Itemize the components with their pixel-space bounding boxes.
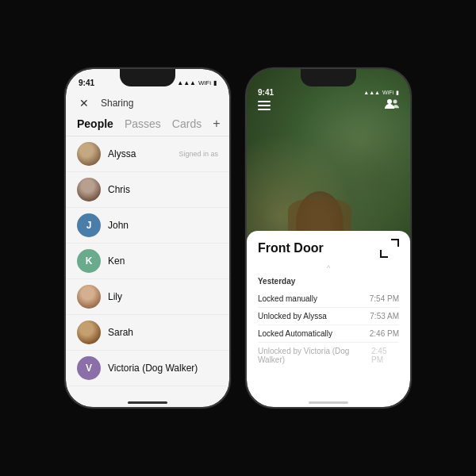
log-time: 7:54 PM (370, 294, 399, 303)
wifi-icon-2: WiFi (382, 90, 393, 95)
list-item[interactable]: Sarah (66, 315, 229, 351)
person-name: Lily (108, 291, 218, 302)
add-tab-button[interactable]: + (213, 117, 220, 131)
home-bar-2 (309, 401, 348, 404)
svg-point-0 (387, 99, 392, 104)
list-item[interactable]: V Victoria (Dog Walker) (66, 351, 229, 386)
chevron-up-icon[interactable]: ^ (258, 264, 399, 272)
avatar-alyssa (77, 142, 101, 166)
sharing-header: ✕ Sharing (66, 91, 229, 113)
card-title: Front Door (258, 241, 324, 255)
list-item[interactable]: Alyssa Signed in as (66, 136, 229, 172)
tab-people[interactable]: People (77, 117, 113, 130)
log-entry-2: Unlocked by Alyssa 7:53 AM (258, 308, 399, 325)
battery-icon-2: ▮ (396, 90, 399, 96)
notch (120, 69, 175, 86)
tab-passes[interactable]: Passes (125, 117, 161, 130)
log-action: Locked Automatically (258, 329, 332, 338)
tabs-row: People Passes Cards + (66, 113, 229, 136)
avatar-sarah (77, 321, 101, 344)
avatar-chris (77, 178, 101, 202)
log-entry-4: Unlocked by Victoria (Dog Walker) 2:45 P… (258, 343, 399, 368)
person-name: Alyssa (108, 148, 171, 159)
list-item[interactable]: Chris (66, 172, 229, 208)
scan-icon[interactable] (380, 239, 399, 258)
close-button[interactable]: ✕ (77, 96, 91, 110)
avatar-lily (77, 285, 101, 309)
list-item[interactable]: Lily (66, 279, 229, 315)
log-action: Locked manually (258, 294, 317, 303)
wifi-icon: WiFi (198, 79, 211, 86)
person-name: John (108, 220, 218, 231)
log-time: 7:53 AM (370, 312, 399, 321)
person-meta: Signed in as (178, 150, 218, 158)
tab-cards[interactable]: Cards (172, 117, 202, 130)
signal-icon-2: ▲▲▲ (363, 90, 380, 95)
phone-2: Home 9:41 ▲▲▲ WiFi ▮ (245, 67, 412, 409)
status-icons-1: ▲▲▲ WiFi ▮ (177, 79, 217, 86)
avatar-victoria: V (77, 356, 101, 380)
log-time: 2:46 PM (370, 329, 399, 338)
svg-point-1 (393, 100, 397, 104)
list-item[interactable]: J John (66, 208, 229, 244)
log-entry-3: Locked Automatically 2:46 PM (258, 325, 399, 343)
menu-icon[interactable] (258, 101, 271, 110)
home-bar (128, 401, 167, 404)
log-time: 2:45 PM (371, 347, 399, 364)
phone-1: 9:41 ▲▲▲ WiFi ▮ ✕ Sharing People Passes … (64, 67, 231, 409)
person-name: Victoria (Dog Walker) (108, 363, 218, 374)
person-name: Sarah (108, 327, 218, 338)
people-list: Alyssa Signed in as Chris J John K Ken (66, 136, 229, 386)
avatar-john: J (77, 213, 101, 237)
status-time-2: 9:41 (258, 88, 274, 97)
person-name: Chris (108, 184, 218, 195)
log-action: Unlocked by Alyssa (258, 312, 327, 321)
list-item[interactable]: K Ken (66, 244, 229, 279)
sharing-title: Sharing (101, 98, 133, 109)
phone2-header: 9:41 ▲▲▲ WiFi ▮ (247, 88, 410, 97)
avatar-ken: K (77, 249, 101, 273)
people-icon[interactable] (385, 98, 399, 113)
notch-2 (301, 69, 356, 86)
person-name: Ken (108, 255, 218, 267)
status-time-1: 9:41 (79, 79, 94, 87)
log-action: Unlocked by Victoria (Dog Walker) (258, 347, 371, 364)
battery-icon: ▮ (213, 79, 217, 86)
log-entry-1: Locked manually 7:54 PM (258, 290, 399, 308)
card-title-row: Front Door (258, 239, 399, 258)
bottom-card: Front Door ^ Yesterday Locked manually 7… (247, 231, 410, 407)
signal-icon: ▲▲▲ (177, 79, 196, 86)
log-section-title: Yesterday (258, 277, 399, 286)
